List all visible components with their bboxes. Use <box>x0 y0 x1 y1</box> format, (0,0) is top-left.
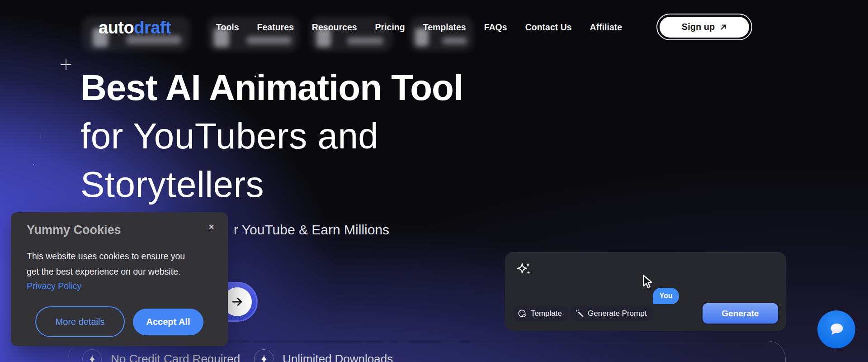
generate-prompt-button[interactable]: Generate Prompt <box>570 306 653 321</box>
feature-label-unlimited-downloads: Unlimited Downloads <box>283 352 393 362</box>
nav-item-faqs[interactable]: FAQs <box>484 22 507 33</box>
nav-item-affiliate[interactable]: Affiliate <box>590 22 623 33</box>
magic-wand-icon <box>575 309 584 318</box>
feature-label-no-credit-card: No Credit Card Required <box>111 352 240 362</box>
signup-button-ring: Sign up <box>656 14 752 40</box>
cookie-body-line1: This website uses cookies to ensure you <box>27 248 185 264</box>
hero-subtitle: r YouTube & Earn Millions <box>234 222 389 238</box>
signup-label: Sign up <box>682 22 715 32</box>
template-button-label: Template <box>531 309 562 318</box>
hero-title-line1: Best AI Animation Tool <box>80 63 463 112</box>
signup-button[interactable]: Sign up <box>660 17 749 38</box>
four-point-star-icon <box>254 349 274 362</box>
blurred-label <box>442 37 467 44</box>
landing-page: autodraft Tools Features Resources Prici… <box>0 0 868 362</box>
sparkles-icon <box>515 261 533 280</box>
chat-widget-button[interactable] <box>817 310 855 348</box>
nav-item-features[interactable]: Features <box>257 22 294 33</box>
star-speck <box>33 164 34 165</box>
template-button[interactable]: Template <box>513 306 568 321</box>
nav-item-pricing[interactable]: Pricing <box>375 22 405 33</box>
more-details-button[interactable]: More details <box>35 306 125 337</box>
blurred-label <box>347 37 383 45</box>
prompt-generator-card: You Template Generate Prompt <box>505 252 786 331</box>
nav-item-templates[interactable]: Templates <box>423 22 466 33</box>
star-speck <box>40 137 41 138</box>
privacy-policy-link[interactable]: Privacy Policy <box>27 281 81 291</box>
speech-bubble-icon <box>827 320 846 338</box>
arrow-right-icon <box>231 295 244 308</box>
cookie-dialog-title: Yummy Cookies <box>27 223 121 237</box>
hero-title-line3: Storytellers <box>80 160 463 209</box>
hero-title-line2: for YouTubers and <box>80 112 463 160</box>
nav-item-contact-us[interactable]: Contact Us <box>525 22 572 33</box>
smiley-face-icon <box>518 309 527 318</box>
brand-logo-auto: auto <box>99 18 134 37</box>
accept-all-button[interactable]: Accept All <box>133 309 203 335</box>
brand-logo[interactable]: autodraft <box>99 18 171 38</box>
generate-button[interactable]: Generate <box>703 303 778 324</box>
cookie-consent-dialog: Yummy Cookies × This website uses cookie… <box>11 212 228 346</box>
mouse-cursor-icon <box>640 274 655 291</box>
generate-prompt-button-label: Generate Prompt <box>588 309 646 318</box>
main-nav: Tools Features Resources Pricing Templat… <box>216 16 622 38</box>
hero-title: Best AI Animation Tool for YouTubers and… <box>80 63 463 209</box>
four-point-star-icon <box>82 349 102 362</box>
close-icon[interactable]: × <box>208 222 214 232</box>
arrow-up-right-icon <box>720 24 727 31</box>
plus-sparkle-icon <box>60 59 72 72</box>
cookie-body-line2: get the best experience on our website. <box>27 264 185 279</box>
nav-item-tools[interactable]: Tools <box>216 22 239 33</box>
you-chat-bubble: You <box>653 288 679 304</box>
nav-item-resources[interactable]: Resources <box>312 22 357 33</box>
cookie-dialog-body: This website uses cookies to ensure you … <box>27 248 185 279</box>
brand-logo-draft: draft <box>134 18 171 37</box>
